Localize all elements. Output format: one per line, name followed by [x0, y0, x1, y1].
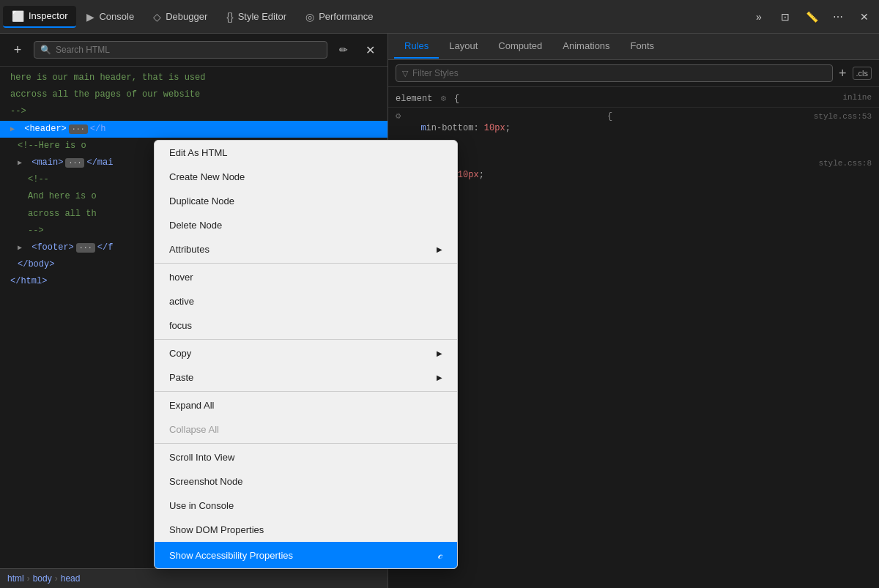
tab-layout[interactable]: Layout	[439, 34, 488, 59]
inspector-panel: + 🔍 ✏ ✕ here is our main header, that is…	[0, 34, 388, 588]
filter-icon: ▽	[402, 69, 408, 78]
tab-inspector[interactable]: ⬜ Inspector	[3, 6, 76, 28]
tab-performance[interactable]: ◎ Performance	[297, 7, 382, 27]
tab-debugger-label: Debugger	[166, 11, 207, 22]
style-editor-icon: {}	[226, 11, 233, 23]
menu-collapse-all[interactable]: Collapse All	[155, 417, 457, 442]
menu-create-new-node[interactable]: Create New Node	[155, 165, 457, 189]
menu-focus[interactable]: focus	[155, 313, 457, 338]
main-layout: + 🔍 ✏ ✕ here is our main header, that is…	[0, 34, 879, 588]
add-style-button[interactable]: +	[839, 66, 847, 81]
ruler-button[interactable]: 📏	[800, 5, 823, 29]
submenu-arrow-attributes: ▶	[437, 245, 442, 253]
inherited-header: l from html	[388, 141, 879, 155]
rule1-selector: ⚙ { style.css:53	[396, 111, 872, 122]
menu-screenshot-node[interactable]: Screenshot Node	[155, 469, 457, 494]
menu-copy[interactable]: Copy ▶	[155, 341, 457, 365]
rule1-prop-1: min-bottom: 10px;	[396, 122, 872, 135]
toolbar-right: » ⊡ 📏 ⋯ ✕	[747, 5, 876, 29]
separator-2	[155, 339, 457, 340]
styles-tabs-bar: Rules Layout Computed Animations Fonts	[388, 34, 879, 60]
tab-computed[interactable]: Computed	[488, 34, 552, 59]
rule2-selector: { style.css:8	[396, 158, 872, 168]
menu-attributes[interactable]: Attributes ▶	[155, 237, 457, 261]
menu-show-accessibility[interactable]: Show Accessibility Properties 𝒸	[155, 542, 457, 568]
tab-style-editor[interactable]: {} Style Editor	[218, 7, 295, 27]
element-source: inline	[842, 93, 872, 104]
menu-use-in-console[interactable]: Use in Console	[155, 494, 457, 518]
tab-fonts[interactable]: Fonts	[620, 34, 665, 59]
styles-panel: Rules Layout Computed Animations Fonts ▽…	[388, 34, 879, 588]
settings-button[interactable]: ⋯	[826, 5, 850, 29]
tab-performance-label: Performance	[319, 11, 373, 22]
filter-styles-input[interactable]	[412, 68, 826, 78]
cls-button[interactable]: .cls	[853, 67, 872, 80]
performance-icon: ◎	[305, 11, 314, 23]
menu-show-dom-properties[interactable]: Show DOM Properties	[155, 518, 457, 542]
menu-duplicate-node[interactable]: Duplicate Node	[155, 189, 457, 213]
debugger-icon: ◇	[153, 11, 161, 23]
filter-bar: ▽ + .cls	[388, 60, 879, 87]
tab-console-label: Console	[99, 11, 134, 22]
inspector-icon: ⬜	[12, 10, 24, 22]
tab-rules[interactable]: Rules	[394, 34, 439, 59]
separator-3	[155, 391, 457, 392]
rule2-prop-1: -size: 10px;	[396, 168, 872, 182]
menu-expand-all[interactable]: Expand All	[155, 393, 457, 417]
menu-delete-node[interactable]: Delete Node	[155, 213, 457, 237]
separator-4	[155, 443, 457, 444]
menu-edit-as-html[interactable]: Edit As HTML	[155, 141, 457, 165]
menu-scroll-into-view[interactable]: Scroll Into View	[155, 445, 457, 469]
element-inline-rule: element ⚙ { inline	[388, 90, 879, 108]
menu-active[interactable]: active	[155, 289, 457, 313]
menu-hover[interactable]: hover	[155, 265, 457, 289]
submenu-arrow-paste: ▶	[437, 373, 442, 382]
style-rule-2: { style.css:8 -size: 10px;	[388, 155, 879, 185]
element-selector: element ⚙ {	[396, 93, 459, 104]
tab-inspector-label: Inspector	[29, 10, 67, 21]
rule2-source[interactable]: style.css:8	[818, 159, 872, 168]
rule1-source[interactable]: style.css:53	[814, 112, 872, 121]
styles-content: element ⚙ { inline ⚙ { style.css:53 min-…	[388, 87, 879, 588]
context-menu-overlay: Edit As HTML Create New Node Duplicate N…	[0, 34, 387, 588]
submenu-arrow-copy: ▶	[437, 349, 442, 357]
tab-console[interactable]: ▶ Console	[78, 7, 143, 27]
close-button[interactable]: ✕	[853, 5, 876, 29]
devtools-toolbar: ⬜ Inspector ▶ Console ◇ Debugger {} Styl…	[0, 0, 879, 34]
separator-1	[155, 263, 457, 264]
tab-animations[interactable]: Animations	[552, 34, 620, 59]
menu-paste[interactable]: Paste ▶	[155, 365, 457, 390]
responsive-design-button[interactable]: ⊡	[774, 5, 797, 29]
tab-style-editor-label: Style Editor	[238, 11, 286, 22]
context-menu: Edit As HTML Create New Node Duplicate N…	[154, 140, 458, 569]
style-rule-1: ⚙ { style.css:53 min-bottom: 10px;	[388, 108, 879, 138]
cursor-icon: 𝒸	[438, 548, 442, 562]
console-icon: ▶	[86, 11, 94, 23]
tab-debugger[interactable]: ◇ Debugger	[144, 7, 216, 27]
more-tools-button[interactable]: »	[747, 5, 771, 29]
filter-input-wrap: ▽	[396, 64, 833, 82]
